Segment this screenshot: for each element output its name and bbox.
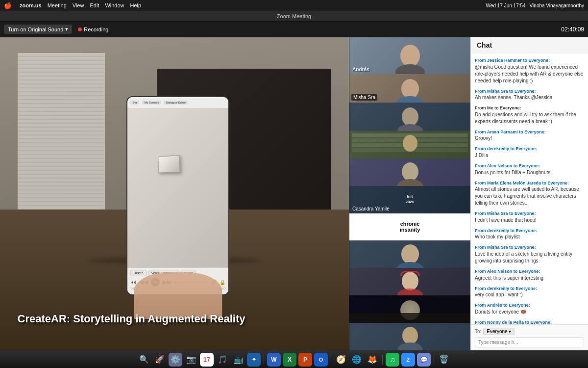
dock-excel[interactable]: X xyxy=(283,353,296,367)
window-title: Zoom Meeting xyxy=(277,13,311,19)
participant-name-misha: Misha Sra xyxy=(351,94,377,101)
chat-message-2: From Me to Everyone: Do add questions an… xyxy=(475,105,584,125)
participant-cell-andres[interactable]: Andrés xyxy=(349,37,470,74)
zoom-toolbar: Turn on Original Sound ▾ Recording 02:40… xyxy=(0,22,588,37)
dock-system-prefs[interactable]: ⚙️ xyxy=(169,353,182,367)
chat-sender-4: From derekreilly to Everyone: xyxy=(475,146,584,152)
chat-dropdown-icon: ▾ xyxy=(509,329,511,334)
phone-device: Sys My Scenes Dialogue Editor Del xyxy=(126,96,229,296)
chat-to-everyone-label: Everyone xyxy=(487,329,507,334)
chat-sender-2: From Me to Everyone: xyxy=(475,105,584,111)
participant-cell-1[interactable]: Misha Sra xyxy=(349,74,470,103)
participant-cell-4[interactable] xyxy=(349,158,470,186)
chat-text-10: Agreed, this is super interesting xyxy=(475,275,584,282)
menu-view[interactable]: View xyxy=(73,2,84,8)
dock-outlook[interactable]: O xyxy=(314,353,328,367)
dock-finder[interactable]: 🔍 xyxy=(137,353,151,367)
participant-cell-6[interactable] xyxy=(349,268,470,295)
dock-spotify[interactable]: ♫ xyxy=(386,353,399,367)
menu-window[interactable]: Window xyxy=(105,2,124,8)
chat-message-1: From Misha Sra to Everyone: Ah makes sen… xyxy=(475,88,584,102)
dock-trash[interactable]: 🗑️ xyxy=(437,353,451,367)
chat-header: Chat xyxy=(471,37,588,53)
menu-bar-left: 🍎 zoom.us Meeting View Edit Window Help xyxy=(4,2,141,9)
dock-firefox[interactable]: 🦊 xyxy=(366,353,379,367)
chat-message-11: From derekreilly to Everyone: very cool … xyxy=(475,286,584,299)
chat-sender-3: From Aman Parnami to Everyone: xyxy=(475,129,584,135)
dock-xcode[interactable]: ✦ xyxy=(247,353,261,367)
chat-input-area: To: Everyone ▾ xyxy=(471,324,588,350)
menu-bar-datetime: Wed 17 Jun 17:54 xyxy=(486,3,526,8)
participant-cell-5[interactable] xyxy=(349,240,470,268)
chat-text-2: Do add questions and will try to ask the… xyxy=(475,111,584,125)
chat-text-6: Almost all stories are well suited to AR… xyxy=(475,186,584,207)
dock-calendar[interactable]: 17 xyxy=(200,353,214,367)
dock-zoom[interactable]: Z xyxy=(401,353,415,367)
menu-help[interactable]: Help xyxy=(130,2,142,8)
sound-btn-label: Turn on Original Sound xyxy=(8,26,63,32)
phone-scenes-label: My Scenes xyxy=(142,101,161,105)
chat-sender-1: From Misha Sra to Everyone: xyxy=(475,88,584,95)
ar-box-object xyxy=(158,155,180,173)
phone-sys-label: Sys xyxy=(130,101,139,105)
apple-logo-icon[interactable]: 🍎 xyxy=(4,2,12,9)
turn-on-sound-button[interactable]: Turn on Original Sound ▾ xyxy=(4,25,72,34)
chat-to-row: To: Everyone ▾ xyxy=(475,328,584,335)
participants-panel: Andrés Misha Sra xyxy=(349,37,470,350)
chat-message-10: From Alex Nelson to Everyone: Agreed, th… xyxy=(475,268,584,282)
chat-message-4: From derekreilly to Everyone: J Dilla xyxy=(475,146,584,159)
dock-chrome[interactable]: 🌐 xyxy=(350,353,364,367)
dock-discord[interactable]: 💬 xyxy=(417,353,431,367)
main-video-area[interactable]: Sys My Scenes Dialogue Editor Del xyxy=(0,37,349,350)
chat-text-3: Groovy! xyxy=(475,135,584,142)
video-background: Sys My Scenes Dialogue Editor Del xyxy=(0,37,349,350)
chat-message-input[interactable] xyxy=(475,337,584,347)
recording-label: Recording xyxy=(84,26,108,32)
window-area xyxy=(18,53,105,225)
dock-powerpoint[interactable]: P xyxy=(298,353,312,367)
participant-cell-2[interactable] xyxy=(349,103,470,131)
menu-meeting[interactable]: Meeting xyxy=(48,2,67,8)
menu-bar-user: Vinoba Vinayagamoorthy xyxy=(530,3,584,8)
chat-text-5: Bonus points for Dilla + Doughnuts xyxy=(475,169,584,176)
chat-text-1: Ah makes sense. Thanks @Jessica xyxy=(475,94,584,101)
main-content-area: Sys My Scenes Dialogue Editor Del xyxy=(0,37,588,350)
chat-sender-10: From Alex Nelson to Everyone: xyxy=(475,268,584,275)
app-name: zoom.us xyxy=(20,2,42,8)
dock-word[interactable]: W xyxy=(267,353,281,367)
participant-name-andres: Andrés xyxy=(352,66,369,72)
menu-edit[interactable]: Edit xyxy=(90,2,99,8)
chat-text-7: I cdn't have made that hoop! xyxy=(475,217,584,224)
chat-sender-9: From Misha Sra to Everyone: xyxy=(475,244,584,251)
chat-to-everyone-button[interactable]: Everyone ▾ xyxy=(483,328,514,335)
chat-sender-8: From derekreilly to Everyone: xyxy=(475,228,584,234)
chat-text-8: Who took my playlist xyxy=(475,234,584,240)
dock-photos[interactable]: 📷 xyxy=(184,353,198,367)
chat-sender-11: From derekreilly to Everyone: xyxy=(475,286,584,292)
phone-ui-bar: Sys My Scenes Dialogue Editor xyxy=(127,97,228,108)
menu-bar-right: Wed 17 Jun 17:54 Vinoba Vinayagamoorthy xyxy=(486,3,584,8)
participant-name-casandra: Casandra Yamile xyxy=(352,206,390,211)
chat-sender-13: From Nonny de la Peña to Everyone: xyxy=(475,319,584,324)
participant-cell-casandra[interactable]: lnit2020 Casandra Yamile xyxy=(349,186,470,213)
video-subtitle: CreateAR: Storytelling in Augmented Real… xyxy=(18,313,245,325)
chat-message-7: From Misha Sra to Everyone: I cdn't have… xyxy=(475,210,584,224)
dock-separator-2 xyxy=(331,355,331,365)
participant-cell-8[interactable] xyxy=(349,323,470,350)
recording-badge: Recording xyxy=(78,26,108,32)
chat-sender-7: From Misha Sra to Everyone: xyxy=(475,210,584,217)
chat-sender-6: From María Elena Melón Jareda to Everyon… xyxy=(475,180,584,186)
chat-message-5: From Alex Nelson to Everyone: Bonus poin… xyxy=(475,163,584,176)
dock-music[interactable]: 🎵 xyxy=(216,353,229,367)
dock-safari[interactable]: 🧭 xyxy=(334,353,348,367)
chat-messages-area[interactable]: From Jessica Hammer to Everyone: @misha … xyxy=(471,53,588,324)
dock-tv[interactable]: 📺 xyxy=(231,353,245,367)
chat-message-0: From Jessica Hammer to Everyone: @misha … xyxy=(475,57,584,84)
chat-text-9: Love the idea of a sketch being a living… xyxy=(475,251,584,264)
participant-cell-chronic[interactable]: chronicinsanity xyxy=(349,213,470,241)
recording-dot-icon xyxy=(78,27,82,31)
participant-cell-3[interactable] xyxy=(349,131,470,158)
dock-launchpad[interactable]: 🚀 xyxy=(153,353,167,367)
mac-menu-bar: 🍎 zoom.us Meeting View Edit Window Help … xyxy=(0,0,588,11)
participant-cell-7[interactable] xyxy=(349,295,470,323)
